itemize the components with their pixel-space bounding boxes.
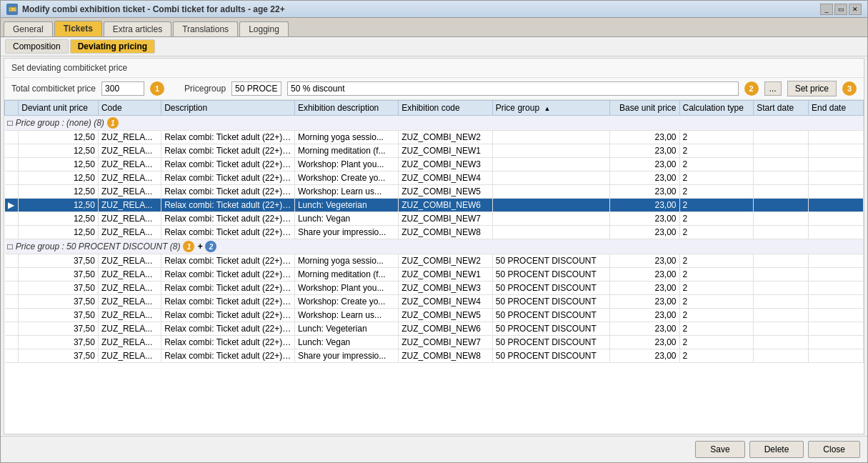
table-row[interactable]: 37,50ZUZ_RELA...Relax combi: Ticket adul… <box>5 349 864 363</box>
restore-button[interactable]: ▭ <box>834 4 847 15</box>
table-row[interactable]: 12,50ZUZ_RELA...Relax combi: Ticket adul… <box>5 158 864 171</box>
close-button[interactable]: Close <box>808 441 860 458</box>
current-row-indicator <box>5 322 19 336</box>
cell-deviant: 12,50 <box>19 144 99 158</box>
table-row[interactable]: 37,50ZUZ_RELA...Relax combi: Ticket adul… <box>5 282 864 295</box>
cell-exh-desc: Lunch: Vegeterian <box>294 199 398 212</box>
tab-general[interactable]: General <box>4 21 53 36</box>
group1-badge: 1 <box>107 117 119 129</box>
cell-exh-desc: Workshop: Create yo... <box>294 295 398 309</box>
sub-tab-deviating-pricing[interactable]: Deviating pricing <box>70 39 155 54</box>
tab-translations[interactable]: Translations <box>173 21 238 36</box>
cell-exh-code: ZUZ_COMBI_NEW2 <box>399 254 492 268</box>
tab-logging[interactable]: Logging <box>239 21 289 36</box>
cell-base: 23,00 <box>610 295 679 309</box>
col-indicator <box>5 101 19 116</box>
cell-deviant: 37,50 <box>19 254 99 268</box>
data-table-container: Deviant unit price Code Description Exhi… <box>4 100 864 434</box>
save-button[interactable]: Save <box>695 441 744 458</box>
close-window-button[interactable]: ✕ <box>849 4 862 15</box>
table-row[interactable]: ▶12,50ZUZ_RELA...Relax combi: Ticket adu… <box>5 199 864 212</box>
cell-exh-desc: Lunch: Vegan <box>294 212 398 226</box>
set-price-header: Set deviating combiticket price <box>4 59 864 78</box>
pricegroup-label: Pricegroup <box>184 84 226 94</box>
total-price-input[interactable] <box>101 81 144 96</box>
cell-exh-code: ZUZ_COMBI_NEW6 <box>399 322 492 336</box>
cell-description: Relax combi: Ticket adult (22+) - part 2… <box>161 185 295 199</box>
cell-exh-code: ZUZ_COMBI_NEW1 <box>399 268 492 282</box>
cell-deviant: 37,50 <box>19 309 99 322</box>
table-row[interactable]: 12,50ZUZ_RELA...Relax combi: Ticket adul… <box>5 144 864 158</box>
cell-exh-desc: Morning yoga sessio... <box>294 254 398 268</box>
cell-price-group: 50 PROCENT DISCOUNT <box>492 295 610 309</box>
sub-tab-composition[interactable]: Composition <box>5 39 69 54</box>
cell-exh-code: ZUZ_COMBI_NEW3 <box>399 282 492 295</box>
cell-base: 23,00 <box>610 254 679 268</box>
cell-code: ZUZ_RELA... <box>98 131 161 144</box>
cell-description: Relax combi: Ticket adult (22+) - part 2… <box>161 309 295 322</box>
cell-start <box>754 158 809 171</box>
tab-extra-articles[interactable]: Extra articles <box>104 21 171 36</box>
cell-price-group <box>492 144 610 158</box>
cell-deviant: 37,50 <box>19 336 99 349</box>
col-price-group[interactable]: Price group ▲ <box>492 101 610 116</box>
table-row[interactable]: 37,50ZUZ_RELA...Relax combi: Ticket adul… <box>5 336 864 349</box>
delete-button[interactable]: Delete <box>749 441 804 458</box>
group-header-1: □ Price group : (none) (8) 1 <box>5 116 864 131</box>
cell-code: ZUZ_RELA... <box>98 254 161 268</box>
cell-description: Relax combi: Ticket adult (22+) - part 3 <box>161 199 295 212</box>
pricegroup-code-input[interactable] <box>231 81 281 96</box>
cell-base: 23,00 <box>610 282 679 295</box>
cell-exh-desc: Morning meditation (f... <box>294 268 398 282</box>
cell-description: Relax combi: Ticket adult (22+) - part 1 <box>161 131 295 144</box>
table-row[interactable]: 37,50ZUZ_RELA...Relax combi: Ticket adul… <box>5 254 864 268</box>
current-row-indicator <box>5 144 19 158</box>
cell-description: Relax combi: Ticket adult (22+) - part 1 <box>161 144 295 158</box>
cell-calc: 2 <box>679 336 754 349</box>
table-body: □ Price group : (none) (8) 1 12,50ZUZ_RE… <box>5 116 864 363</box>
table-row[interactable]: 12,50ZUZ_RELA...Relax combi: Ticket adul… <box>5 131 864 144</box>
badge-3-setprice: 3 <box>842 81 857 96</box>
cell-start <box>754 309 809 322</box>
cell-price-group: 50 PROCENT DISCOUNT <box>492 322 610 336</box>
cell-start <box>754 212 809 226</box>
group2-badge1: 1 <box>183 241 194 252</box>
cell-deviant: 37,50 <box>19 268 99 282</box>
table-row[interactable]: 12,50ZUZ_RELA...Relax combi: Ticket adul… <box>5 212 864 226</box>
cell-base: 23,00 <box>610 144 679 158</box>
table-row[interactable]: 37,50ZUZ_RELA...Relax combi: Ticket adul… <box>5 309 864 322</box>
table-row[interactable]: 12,50ZUZ_RELA...Relax combi: Ticket adul… <box>5 185 864 199</box>
cell-exh-desc: Morning meditation (f... <box>294 144 398 158</box>
cell-deviant: 37,50 <box>19 282 99 295</box>
current-row-indicator <box>5 226 19 239</box>
col-base-unit-price: Base unit price <box>610 101 679 116</box>
cell-exh-desc: Workshop: Plant you... <box>294 158 398 171</box>
cell-price-group <box>492 185 610 199</box>
current-row-indicator <box>5 185 19 199</box>
cell-exh-desc: Share your impressio... <box>294 349 398 363</box>
cell-exh-desc: Workshop: Learn us... <box>294 309 398 322</box>
current-row-indicator <box>5 295 19 309</box>
pricegroup-browse-button[interactable]: ... <box>764 81 782 96</box>
cell-deviant: 12,50 <box>19 199 99 212</box>
table-row[interactable]: 12,50ZUZ_RELA...Relax combi: Ticket adul… <box>5 171 864 185</box>
table-row[interactable]: 37,50ZUZ_RELA...Relax combi: Ticket adul… <box>5 268 864 282</box>
minimize-button[interactable]: _ <box>820 4 833 15</box>
set-price-button[interactable]: Set price <box>787 81 837 96</box>
cell-start <box>754 199 809 212</box>
cell-start <box>754 226 809 239</box>
pricegroup-desc-input[interactable] <box>287 81 739 96</box>
cell-code: ZUZ_RELA... <box>98 268 161 282</box>
cell-base: 23,00 <box>610 158 679 171</box>
table-row[interactable]: 37,50ZUZ_RELA...Relax combi: Ticket adul… <box>5 295 864 309</box>
cell-deviant: 37,50 <box>19 349 99 363</box>
tab-tickets[interactable]: Tickets <box>54 21 102 36</box>
cell-price-group: 50 PROCENT DISCOUNT <box>492 268 610 282</box>
cell-calc: 2 <box>679 295 754 309</box>
table-row[interactable]: 12,50ZUZ_RELA...Relax combi: Ticket adul… <box>5 226 864 239</box>
cell-deviant: 12,50 <box>19 131 99 144</box>
cell-end <box>809 212 864 226</box>
table-row[interactable]: 37,50ZUZ_RELA...Relax combi: Ticket adul… <box>5 322 864 336</box>
cell-end <box>809 144 864 158</box>
cell-base: 23,00 <box>610 268 679 282</box>
